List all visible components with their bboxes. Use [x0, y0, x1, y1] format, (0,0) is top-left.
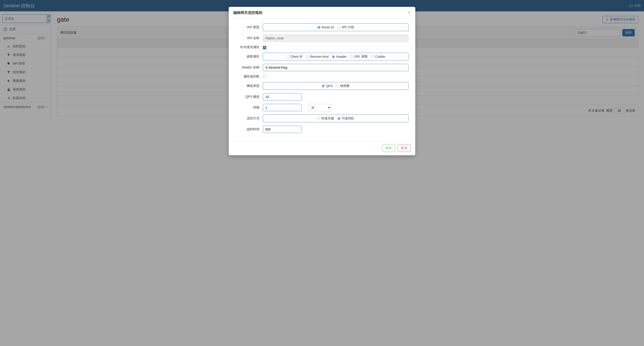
radio-cookie[interactable]: Cookie — [371, 55, 385, 58]
radio-remote-host[interactable]: Remote Host — [306, 55, 329, 58]
radio-icon — [336, 84, 339, 87]
radio-icon — [337, 26, 340, 29]
radio-icon — [350, 55, 353, 58]
radio-icon — [332, 55, 335, 58]
radio-icon — [306, 55, 309, 58]
label-header-name: Header 名称 — [233, 65, 263, 69]
label-param-attr: 参数属性 — [233, 54, 263, 59]
radio-fast-fail[interactable]: 快速失败 — [317, 116, 334, 120]
radio-label: Header — [336, 55, 346, 58]
edit-rule-modal: 编辑网关流控规则 × API 类型 Route ID API 分组 API 名称 — [229, 7, 415, 121]
header-name-input[interactable] — [263, 64, 408, 71]
label-api-type: API 类型 — [233, 25, 263, 29]
radio-icon — [286, 55, 290, 58]
radio-icon — [337, 117, 340, 120]
api-name-input — [263, 34, 408, 42]
radio-icon — [322, 84, 325, 87]
radio-label: Client IP — [290, 55, 303, 58]
label-qps-threshold: QPS 阈值 — [233, 95, 263, 99]
qps-threshold-input[interactable] — [263, 93, 302, 100]
label-request-attr: 针对请求属性 — [233, 45, 263, 49]
radio-label: 线程数 — [340, 84, 350, 88]
request-attr-checkbox[interactable]: ✓ — [263, 46, 266, 49]
radio-qps[interactable]: QPS — [322, 84, 333, 88]
radio-url-param[interactable]: URL 参数 — [350, 54, 368, 59]
label-control-mode: 流控方式 — [233, 116, 263, 120]
radio-header[interactable]: Header — [332, 55, 346, 58]
radio-label: Remote Host — [310, 55, 329, 58]
label-threshold-type: 阈值类型 — [233, 84, 263, 88]
close-icon[interactable]: × — [408, 10, 411, 15]
radio-client-ip[interactable]: Client IP — [286, 55, 303, 58]
radio-label: Route ID — [322, 25, 334, 29]
interval-input[interactable] — [263, 104, 302, 111]
radio-icon — [317, 26, 320, 29]
radio-label: QPS — [326, 84, 333, 88]
radio-icon — [371, 55, 374, 58]
radio-threads[interactable]: 线程数 — [336, 84, 350, 88]
modal-title: 编辑网关流控规则 — [233, 10, 262, 15]
label-attr-match: 属性值匹配 — [233, 74, 263, 79]
radio-icon — [317, 117, 320, 120]
attr-match-checkbox[interactable] — [263, 74, 266, 78]
radio-route-id[interactable]: Route ID — [317, 25, 334, 29]
label-api-name: API 名称 — [233, 36, 263, 40]
radio-api-group[interactable]: API 分组 — [337, 25, 354, 29]
interval-unit-select[interactable]: 分 — [308, 104, 331, 111]
radio-label: URL 参数 — [354, 54, 368, 59]
radio-label: 匀速排队 — [342, 116, 354, 120]
radio-label: 快速失败 — [321, 116, 334, 120]
label-interval: 间隔 — [233, 105, 263, 110]
radio-label: API 分组 — [342, 25, 354, 29]
radio-queue[interactable]: 匀速排队 — [337, 116, 354, 120]
radio-label: Cookie — [375, 55, 385, 58]
